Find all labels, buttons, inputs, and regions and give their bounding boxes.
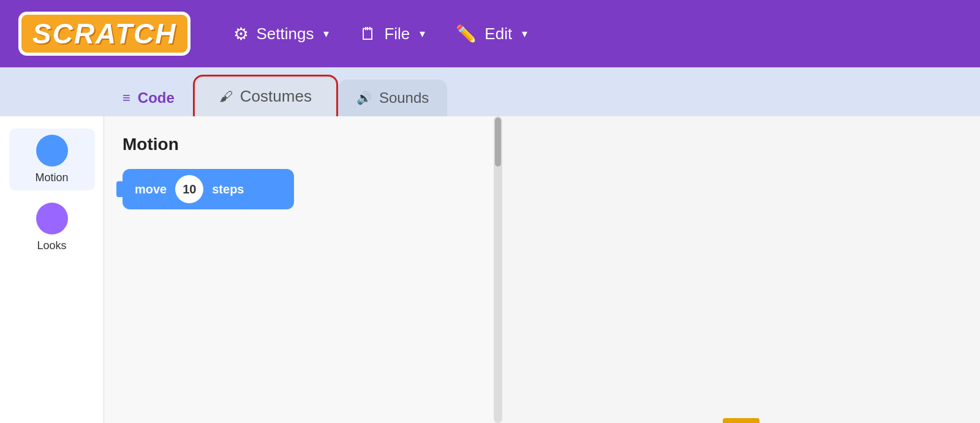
scrollbar-thumb (495, 118, 501, 167)
settings-arrow-icon: ▾ (323, 27, 329, 40)
motion-circle-icon (36, 135, 68, 167)
edit-icon: ✏️ (456, 24, 477, 44)
motion-label: Motion (35, 171, 68, 184)
edit-menu[interactable]: ✏️ Edit ▾ (456, 24, 527, 44)
tab-code[interactable]: ≡ Code (104, 80, 193, 116)
edit-arrow-icon: ▾ (522, 27, 527, 40)
sidebar: Motion Looks (0, 116, 104, 423)
looks-circle-icon (36, 203, 68, 234)
blocks-area: Motion move 10 steps (104, 116, 502, 423)
scrollbar[interactable] (494, 116, 502, 423)
scratch-logo: SCRATCH (18, 12, 190, 56)
code-tab-label: Code (138, 89, 175, 107)
costumes-brush-icon: 🖌 (219, 89, 233, 105)
sidebar-item-motion[interactable]: Motion (9, 129, 95, 190)
settings-icon: ⚙ (233, 24, 249, 44)
move-steps-block[interactable]: move 10 steps (123, 169, 294, 209)
orange-accent-indicator (723, 418, 760, 423)
topbar: SCRATCH ⚙ Settings ▾ 🗒 File ▾ ✏️ Edit ▾ (0, 0, 980, 67)
settings-label: Settings (256, 24, 314, 43)
sidebar-item-looks[interactable]: Looks (9, 197, 95, 258)
file-icon: 🗒 (360, 24, 377, 44)
steps-input[interactable]: 10 (175, 175, 203, 203)
costumes-tab-label: Costumes (240, 87, 312, 106)
tab-sounds[interactable]: 🔊 Sounds (338, 80, 447, 116)
tab-costumes[interactable]: 🖌 Costumes (193, 75, 338, 116)
file-menu[interactable]: 🗒 File ▾ (360, 24, 425, 44)
move-text: move (135, 182, 167, 197)
nav-items: ⚙ Settings ▾ 🗒 File ▾ ✏️ Edit ▾ (233, 24, 527, 44)
settings-menu[interactable]: ⚙ Settings ▾ (233, 24, 329, 44)
looks-label: Looks (37, 239, 66, 252)
stage-area (502, 116, 980, 423)
edit-label: Edit (484, 24, 512, 43)
tabs-bar: ≡ Code 🖌 Costumes 🔊 Sounds (0, 67, 980, 116)
sounds-tab-label: Sounds (379, 89, 429, 107)
section-title: Motion (123, 135, 484, 154)
steps-text: steps (212, 182, 244, 197)
sounds-speaker-icon: 🔊 (356, 91, 372, 105)
main-content: Motion Looks Motion move 10 steps (0, 116, 980, 423)
code-icon: ≡ (123, 90, 130, 106)
file-label: File (384, 24, 410, 43)
file-arrow-icon: ▾ (420, 27, 425, 40)
